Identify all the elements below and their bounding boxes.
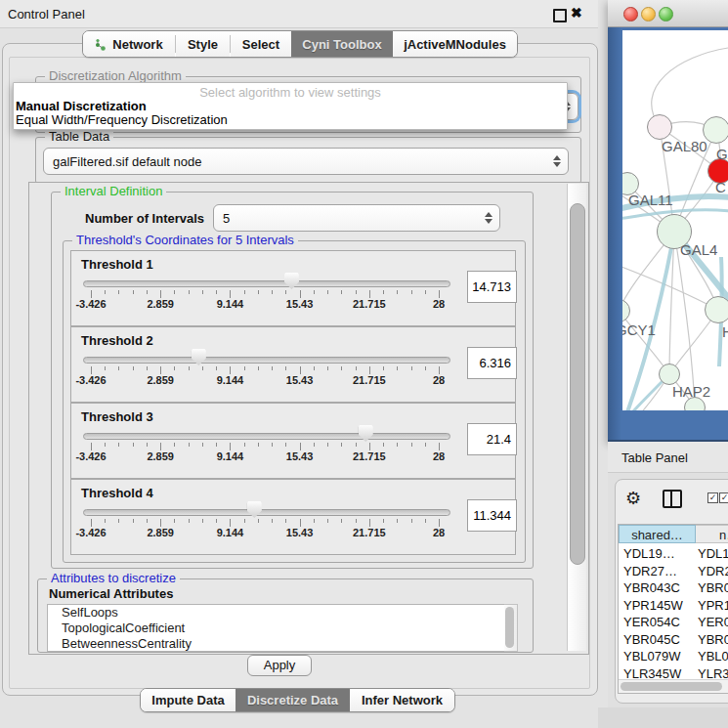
- slider-tick: [300, 290, 301, 298]
- numerical-attributes-list[interactable]: SelfLoopsTopologicalCoefficientBetweenne…: [47, 604, 506, 652]
- cell-shared-name: YBL079W: [623, 649, 681, 664]
- attribute-list-item[interactable]: TopologicalCoefficient: [48, 621, 505, 636]
- slider-tick: [258, 443, 259, 447]
- slider-tick: [160, 519, 161, 527]
- combo-stepper-icon: [552, 155, 560, 167]
- tab-infer-network[interactable]: Infer Network: [350, 689, 454, 711]
- threshold-value-field[interactable]: 6.316: [467, 347, 517, 379]
- slider-tick-label: 9.144: [217, 298, 244, 310]
- slider-tick: [133, 519, 134, 523]
- scrollbar-thumb[interactable]: [505, 607, 514, 648]
- slider-track[interactable]: [83, 433, 450, 440]
- table-row[interactable]: YBR045CYBR0: [619, 631, 728, 649]
- select-columns-check-icon[interactable]: ✓: [707, 492, 718, 503]
- table-row[interactable]: YER054CYER0: [619, 614, 728, 631]
- network-node[interactable]: [705, 296, 728, 323]
- slider-tick: [147, 443, 148, 447]
- tab-discretize-data[interactable]: Discretize Data: [236, 689, 350, 711]
- node-label: GCY1: [622, 321, 656, 338]
- table-row[interactable]: YDL19…YDL1: [619, 545, 728, 563]
- group-title: Discretization Algorithm: [45, 69, 186, 83]
- application-window: Control Panel ✖ Discretization Algorithm…: [0, 0, 728, 728]
- columns-icon[interactable]: [663, 490, 682, 508]
- tab-cyni-toolbox[interactable]: Cyni Toolbox: [291, 31, 393, 57]
- threshold-value-field[interactable]: 14.713: [467, 271, 517, 303]
- minimize-traffic-light-icon[interactable]: [641, 7, 656, 21]
- slider-tick: [327, 443, 328, 447]
- slider-tick: [383, 366, 384, 370]
- number-of-intervals-label: Number of Intervals: [85, 211, 204, 226]
- column-header-shared-name[interactable]: shared…: [619, 525, 696, 543]
- tab-style[interactable]: Style: [176, 31, 230, 57]
- slider-track[interactable]: [83, 509, 450, 516]
- network-window-titlebar[interactable]: [608, 0, 728, 27]
- popup-option[interactable]: Manual Discretization: [16, 99, 147, 113]
- table-panel-titlebar: Table Panel: [608, 442, 728, 473]
- table-row[interactable]: YPR145WYPR1: [619, 597, 728, 615]
- slider-tick: [133, 366, 134, 370]
- table-row[interactable]: YDR27…YDR2: [619, 563, 728, 580]
- slider-tick-label: 9.144: [217, 527, 244, 538]
- slider-tick: [230, 443, 231, 450]
- apply-button[interactable]: Apply: [247, 655, 312, 676]
- float-window-icon[interactable]: [553, 9, 567, 22]
- threshold-value-field[interactable]: 21.4: [467, 423, 517, 455]
- slider-track[interactable]: [83, 357, 450, 364]
- table-row[interactable]: YLR345WYLR3: [619, 665, 728, 679]
- slider-tick-label: -3.426: [75, 374, 106, 386]
- cell-name: YER0: [698, 615, 728, 629]
- group-title: Threshold's Coordinates for 5 Intervals: [72, 234, 298, 247]
- slider-tick: [118, 443, 119, 447]
- attributes-list-scrollbar[interactable]: [504, 604, 518, 652]
- popup-prompt-option[interactable]: Select algorithm to view settings: [14, 85, 567, 100]
- slider-tick: [314, 290, 315, 294]
- scrollbar-thumb[interactable]: [621, 682, 722, 691]
- slider-tick: [216, 366, 217, 370]
- network-node[interactable]: [647, 114, 672, 140]
- network-icon: [95, 38, 107, 51]
- background-strip: [598, 707, 728, 728]
- gear-icon[interactable]: ⚙: [625, 488, 641, 509]
- slider-tick: [133, 290, 134, 294]
- table-row[interactable]: YBR043CYBR0: [619, 579, 728, 597]
- popup-option[interactable]: Equal Width/Frequency Discretization: [16, 112, 228, 127]
- slider-track[interactable]: [83, 280, 450, 287]
- slider-tick: [189, 519, 190, 523]
- slider-tick-label: 9.144: [217, 450, 244, 462]
- zoom-traffic-light-icon[interactable]: [659, 7, 673, 21]
- scrollbar-thumb[interactable]: [570, 203, 585, 565]
- number-of-intervals-combo[interactable]: 5: [213, 204, 500, 232]
- slider-tick: [272, 366, 273, 370]
- column-header-name[interactable]: n…: [696, 525, 728, 543]
- slider-tick: [341, 290, 342, 294]
- select-all-check-icon[interactable]: ✓: [719, 492, 728, 503]
- slider-tick-label: 28: [433, 450, 445, 462]
- close-icon[interactable]: ✖: [571, 5, 582, 21]
- tab-jactivemnodules[interactable]: jActiveMNodules: [393, 31, 517, 57]
- group-title: Interval Definition: [61, 185, 166, 198]
- table-row[interactable]: YBL079WYBL0: [619, 648, 728, 665]
- slider-tick: [314, 443, 315, 447]
- tab-impute-data[interactable]: Impute Data: [141, 689, 236, 711]
- threshold-value-field[interactable]: 11.344: [467, 499, 517, 532]
- cell-name: YPR1: [698, 598, 728, 613]
- tab-network[interactable]: Network: [83, 31, 175, 57]
- slider-tick: [272, 443, 273, 447]
- network-canvas[interactable]: GAL80GACGAL11GAL4GCY1HHAP2: [622, 30, 728, 410]
- tab-select[interactable]: Select: [231, 31, 291, 57]
- close-traffic-light-icon[interactable]: [623, 7, 638, 21]
- network-node[interactable]: [659, 364, 680, 385]
- attribute-list-item[interactable]: BetweennessCentrality: [48, 636, 505, 652]
- cell-shared-name: YBR045C: [623, 632, 680, 647]
- horizontal-scrollbar[interactable]: [619, 679, 728, 693]
- threshold-panel: Threshold 2-3.4262.8599.14415.4321.71528…: [70, 326, 516, 403]
- slider-tick: [383, 443, 384, 447]
- attribute-list-item[interactable]: SelfLoops: [48, 605, 505, 621]
- node-label: GA: [716, 146, 728, 162]
- slider-tick: [411, 519, 412, 523]
- slider-tick: [189, 366, 190, 370]
- vertical-scrollbar[interactable]: [567, 184, 586, 651]
- table-data-combo[interactable]: galFiltered.sif default node: [43, 148, 569, 175]
- slider-tick: [327, 290, 328, 294]
- slider-tick: [118, 366, 119, 370]
